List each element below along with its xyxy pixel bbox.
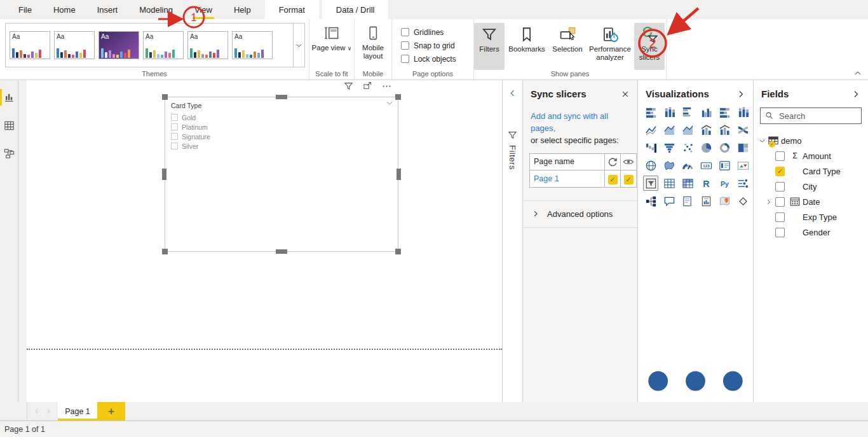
theme-card-1[interactable]: Aa: [10, 31, 50, 59]
theme-card-2[interactable]: Aa: [54, 31, 95, 59]
resize-handle-nw[interactable]: [162, 94, 168, 100]
viz-icon-line-and-clustered-column-chart[interactable]: [717, 122, 732, 137]
sync-slicers-button[interactable]: Sync slicers: [634, 23, 665, 70]
sync-checkbox[interactable]: [608, 175, 618, 184]
resize-handle-sw[interactable]: [162, 249, 168, 254]
viz-icon-clustered-bar-chart[interactable]: [680, 104, 695, 120]
search-input[interactable]: [778, 111, 857, 121]
slicer-item-signature[interactable]: Signature: [171, 132, 398, 141]
checkbox[interactable]: [401, 55, 409, 63]
filters-button[interactable]: Filters: [474, 23, 505, 70]
resize-handle-se[interactable]: [395, 249, 401, 254]
viz-icon-stacked-area-chart[interactable]: [680, 122, 695, 137]
menu-tab-format[interactable]: Format: [265, 0, 319, 19]
slicer-item-gold[interactable]: Gold: [171, 113, 398, 122]
menu-tab-file[interactable]: File: [8, 0, 43, 19]
field-checkbox[interactable]: [775, 182, 785, 191]
slicer-dropdown-icon[interactable]: [386, 99, 393, 107]
field-checkbox[interactable]: [775, 212, 785, 222]
chevron-right-icon[interactable]: [765, 198, 772, 205]
viz-icon-power-apps[interactable]: [735, 193, 750, 209]
bookmarks-button[interactable]: Bookmarks: [505, 23, 549, 70]
menu-tab-modeling[interactable]: Modeling: [128, 0, 184, 19]
expand-filters-icon[interactable]: [508, 89, 517, 97]
close-icon[interactable]: [621, 90, 630, 99]
table-row-demo[interactable]: ✓demo: [754, 133, 868, 148]
viz-icon-donut-chart[interactable]: [717, 140, 732, 155]
visible-checkbox[interactable]: [624, 175, 634, 184]
viz-icon-gauge[interactable]: [680, 158, 695, 173]
field-search[interactable]: [760, 108, 862, 124]
viz-icon-smart-narrative[interactable]: [680, 193, 695, 209]
viz-icon-matrix[interactable]: [680, 176, 695, 191]
checkbox[interactable]: [171, 114, 178, 121]
field-row-amount[interactable]: ΣAmount: [754, 148, 868, 163]
slicer-item-platinum[interactable]: Platinum: [171, 122, 398, 132]
resize-handle-ne[interactable]: [395, 94, 401, 100]
resize-handle-w[interactable]: [162, 169, 166, 180]
field-row-gender[interactable]: Gender: [754, 225, 868, 240]
viz-icon-table[interactable]: [661, 176, 677, 191]
viz-icon-stacked-bar-chart[interactable]: [643, 104, 658, 120]
viz-icon-line-chart[interactable]: [643, 122, 658, 137]
viz-icon-map[interactable]: [643, 158, 658, 173]
resize-handle-e[interactable]: [397, 169, 401, 180]
page-option-lock-objects[interactable]: Lock objects: [401, 52, 473, 66]
menu-tab-help[interactable]: Help: [223, 0, 262, 19]
viz-icon-paginated-report[interactable]: [698, 193, 714, 209]
next-page-icon[interactable]: [46, 408, 51, 414]
viz-icon-kpi[interactable]: [735, 158, 750, 173]
menu-tab-data-drill[interactable]: Data / Drill: [322, 0, 389, 19]
viz-icon-funnel-chart[interactable]: [661, 140, 677, 155]
performance-analyzer-button[interactable]: Performance analyzer: [586, 23, 634, 70]
viz-icon-card[interactable]: 123: [698, 158, 714, 173]
viz-icon-area-chart[interactable]: [661, 122, 677, 137]
checkbox[interactable]: [171, 123, 178, 130]
advanced-options-row[interactable]: Advanced options: [523, 201, 637, 227]
menu-tab-view[interactable]: View: [184, 0, 223, 19]
field-row-card-type[interactable]: Card Type: [754, 163, 868, 179]
sidebar-report-view-button[interactable]: [0, 87, 18, 108]
theme-card-6[interactable]: Aa: [232, 31, 273, 59]
viz-icon-decomposition-tree[interactable]: [643, 193, 658, 209]
viz-icon-ribbon-chart[interactable]: [735, 122, 750, 137]
page-tab[interactable]: Page 1: [58, 402, 97, 420]
sidebar-model-view-button[interactable]: [0, 142, 18, 164]
collapse-pane-icon[interactable]: [851, 90, 860, 99]
viz-icon-arcgis-map[interactable]: [717, 193, 732, 209]
field-row-date[interactable]: Date: [754, 194, 868, 209]
checkbox[interactable]: [171, 142, 178, 149]
viz-icon-100-stacked-column-chart[interactable]: [735, 104, 750, 120]
menu-tab-home[interactable]: Home: [43, 0, 86, 19]
sync-all-pages-link[interactable]: Add and sync with all pages,: [531, 111, 608, 133]
field-checkbox[interactable]: [775, 167, 785, 176]
theme-card-5[interactable]: Aa: [187, 31, 228, 59]
field-row-city[interactable]: City: [754, 179, 868, 194]
slicer-visual[interactable]: Card Type GoldPlatinumSignatureSilver: [165, 97, 398, 252]
viz-icon-stacked-column-chart[interactable]: [661, 104, 677, 120]
viz-icon-treemap[interactable]: [735, 140, 750, 155]
mobile-layout-button[interactable]: Mobile layout: [355, 23, 391, 60]
theme-card-3[interactable]: Aa: [98, 31, 139, 59]
page-option-gridlines[interactable]: Gridlines: [401, 25, 473, 39]
viz-icon-100-stacked-bar-chart[interactable]: [717, 104, 732, 120]
checkbox[interactable]: [401, 28, 409, 36]
theme-card-4[interactable]: Aa: [143, 31, 184, 59]
field-checkbox[interactable]: [775, 197, 785, 207]
field-checkbox[interactable]: [775, 151, 785, 161]
viz-icon-line-and-stacked-column-chart[interactable]: [698, 122, 714, 137]
page-name-link[interactable]: Page 1: [530, 170, 605, 187]
previous-page-icon[interactable]: [34, 408, 39, 414]
add-page-button[interactable]: +: [97, 402, 125, 420]
viz-icon-waterfall-chart[interactable]: [643, 140, 658, 155]
page-view-button[interactable]: Page view ∨: [309, 23, 354, 52]
sidebar-data-view-button[interactable]: [0, 114, 18, 136]
filters-pane-collapsed[interactable]: Filters: [502, 80, 523, 402]
ribbon-collapse-button[interactable]: [854, 69, 862, 77]
focus-mode-icon[interactable]: [363, 81, 372, 91]
resize-handle-s[interactable]: [276, 249, 287, 254]
more-options-icon[interactable]: [382, 81, 391, 91]
chevron-down-icon[interactable]: [759, 137, 766, 144]
viz-icon-python-visual[interactable]: Py: [717, 176, 732, 191]
viz-icon-filled-map[interactable]: [661, 158, 677, 173]
